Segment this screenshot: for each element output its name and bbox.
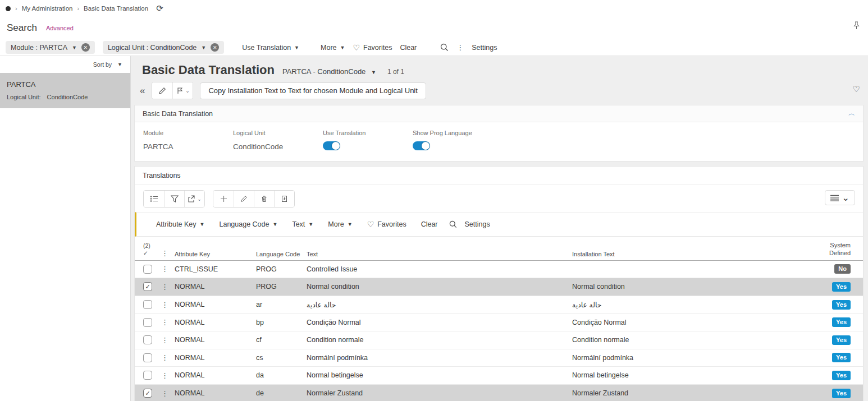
more-filters-button[interactable]: More ▼	[328, 220, 352, 228]
copy-installation-text-button[interactable]: Copy Installation Text to Text for chose…	[200, 82, 426, 99]
remove-filter-icon[interactable]: ✕	[211, 43, 219, 52]
favorite-page-icon[interactable]: ♡	[853, 84, 860, 94]
attribute-key-cell: NORMAL	[175, 336, 256, 344]
settings-button[interactable]: Settings	[465, 220, 490, 228]
sort-by-control[interactable]: Sort by ▼	[0, 56, 130, 73]
duplicate-row-button[interactable]	[274, 191, 294, 207]
row-menu-icon[interactable]: ⋮	[161, 336, 175, 344]
row-checkbox[interactable]	[143, 353, 152, 362]
clear-filters-button[interactable]: Clear	[421, 220, 438, 228]
list-view-button[interactable]	[144, 191, 164, 207]
table-row[interactable]: ⋮ CTRL_ISSUE PROG Controlled Issue No	[135, 261, 863, 279]
table-row[interactable]: ⋮ NORMAL da Normal betingelse Normal bet…	[135, 367, 863, 385]
collapse-sidebar-icon[interactable]: «	[140, 85, 145, 96]
add-row-button[interactable]	[213, 191, 234, 207]
row-checkbox[interactable]	[143, 389, 152, 398]
system-defined-badge: Yes	[832, 353, 851, 362]
chevron-up-icon[interactable]: ︿	[848, 109, 855, 118]
language-code-filter[interactable]: Language Code ▼	[220, 220, 278, 228]
translations-title: Translations	[135, 167, 863, 185]
favorites-button[interactable]: ♡ Favorites	[353, 43, 392, 52]
heart-icon: ♡	[367, 220, 374, 229]
breadcrumb-separator: ›	[15, 5, 17, 12]
show-prog-language-field: Show Prog Language	[413, 130, 502, 151]
table-filter-bar: Attribute Key ▼ Language Code ▼ Text ▼ M…	[135, 212, 863, 237]
use-translation-filter[interactable]: Use Translation ▼	[242, 44, 299, 52]
table-row[interactable]: ⋮ NORMAL cf Condition normale Condition …	[135, 331, 863, 349]
table-row[interactable]: ⋮ NORMAL bp Condição Normal Condição Nor…	[135, 314, 863, 331]
table-density-dropdown[interactable]: ⌄	[825, 190, 855, 205]
row-menu-icon[interactable]: ⋮	[161, 371, 175, 380]
filter-chip-module[interactable]: Module : PARTCA ▼ ✕	[6, 41, 95, 54]
edit-button[interactable]	[152, 82, 172, 99]
show-prog-language-toggle[interactable]	[413, 141, 430, 150]
language-code-cell: cf	[256, 336, 307, 344]
chevron-down-icon: ⌄	[842, 192, 849, 203]
breadcrumb-item[interactable]: My Administration	[22, 5, 73, 12]
top-navigation-bar: › My Administration › Basic Data Transla…	[0, 0, 868, 17]
breadcrumb-item-current[interactable]: Basic Data Translation	[84, 5, 148, 12]
row-menu-icon[interactable]: ⋮	[161, 389, 175, 398]
clear-filters-button[interactable]: Clear	[400, 44, 417, 52]
delete-row-button[interactable]	[254, 191, 274, 207]
export-dropdown-button[interactable]: ⌄	[184, 191, 204, 207]
filter-button[interactable]	[164, 191, 184, 207]
chevron-down-icon: ▼	[272, 222, 277, 227]
row-menu-icon[interactable]: ⋮	[161, 353, 175, 362]
section-header[interactable]: Basic Data Translation ︿	[135, 105, 863, 122]
row-menu-icon[interactable]: ⋮	[161, 265, 175, 273]
column-header[interactable]: Attribute Key	[175, 251, 256, 257]
table-row[interactable]: ⋮ NORMAL ar حالة عادية حالة عادية Yes	[135, 296, 863, 314]
table-row[interactable]: ⋮ NORMAL de Normaler Zustand Normaler Zu…	[135, 385, 863, 401]
installation-text-cell: Normal condition	[572, 283, 819, 291]
overflow-menu-icon[interactable]: ⋮	[456, 43, 464, 52]
record-card-selected[interactable]: PARTCA Logical Unit: ConditionCode	[0, 73, 130, 108]
search-icon[interactable]	[440, 43, 449, 52]
row-menu-icon[interactable]: ⋮	[161, 283, 175, 291]
column-header[interactable]: Installation Text	[572, 251, 819, 257]
search-panel: Search Advanced	[0, 17, 868, 39]
flag-dropdown-button[interactable]: ⌄	[172, 82, 193, 99]
system-defined-badge: Yes	[832, 335, 851, 345]
column-header[interactable]: Text	[307, 251, 572, 257]
system-defined-badge: Yes	[832, 317, 851, 327]
row-checkbox[interactable]	[143, 335, 152, 344]
column-header[interactable]: Language Code	[256, 251, 307, 257]
chevron-down-icon[interactable]: ▼	[201, 45, 206, 50]
text-filter[interactable]: Text ▼	[292, 220, 313, 228]
search-icon[interactable]	[449, 220, 457, 228]
record-selector[interactable]: PARTCA - ConditionCode ▼	[282, 67, 376, 76]
refresh-icon[interactable]: ⟳	[156, 3, 163, 13]
attribute-key-filter[interactable]: Attribute Key ▼	[156, 220, 205, 228]
row-menu-icon[interactable]: ⋮	[161, 301, 175, 309]
row-checkbox[interactable]	[143, 371, 152, 380]
selection-count: (2)	[143, 242, 161, 250]
row-menu-icon[interactable]: ⋮	[161, 318, 175, 326]
row-checkbox[interactable]	[143, 265, 152, 274]
page-title: Basic Data Translation	[142, 63, 275, 77]
filter-chip-logical-unit[interactable]: Logical Unit : ConditionCode ▼ ✕	[103, 41, 224, 54]
chevron-down-icon: ▼	[308, 222, 313, 227]
table-row[interactable]: ⋮ NORMAL cs Normální podmínka Normální p…	[135, 349, 863, 367]
pin-icon[interactable]	[853, 21, 860, 30]
favorites-button[interactable]: ♡ Favorites	[367, 220, 406, 229]
row-checkbox[interactable]	[143, 282, 152, 291]
settings-button[interactable]: Settings	[472, 44, 497, 52]
chevron-down-icon: ▼	[200, 222, 205, 227]
advanced-search-link[interactable]: Advanced	[46, 25, 74, 31]
edit-row-button[interactable]	[234, 191, 254, 207]
select-all-control[interactable]: (2) ✓	[143, 242, 161, 257]
basic-data-translation-section: Basic Data Translation ︿ Module PARTCA L…	[134, 105, 864, 162]
column-header[interactable]: System Defined	[819, 241, 851, 257]
home-icon[interactable]	[6, 6, 11, 11]
module-label: Module	[143, 130, 233, 136]
row-checkbox[interactable]	[143, 300, 152, 309]
chevron-down-icon[interactable]: ▼	[72, 45, 77, 50]
use-translation-filter-label: Use Translation	[242, 44, 291, 52]
table-row[interactable]: ⋮ NORMAL PROG Normal condition Normal co…	[135, 278, 863, 296]
use-translation-toggle[interactable]	[323, 141, 340, 150]
more-filters-button[interactable]: More ▼	[321, 44, 345, 52]
row-checkbox[interactable]	[143, 318, 152, 327]
remove-filter-icon[interactable]: ✕	[81, 43, 90, 52]
text-cell: Normal betingelse	[307, 371, 572, 379]
